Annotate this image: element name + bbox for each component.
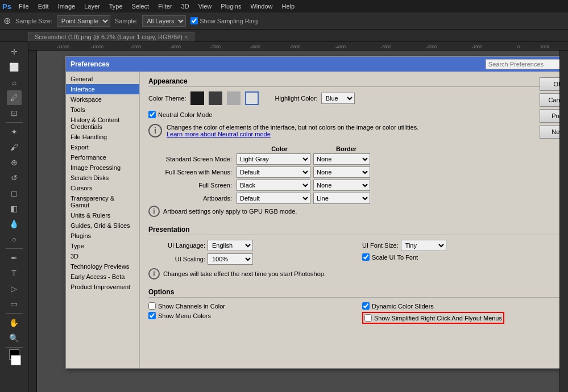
neutral-color-mode-label[interactable]: Neutral Color Mode: [148, 111, 212, 118]
tab-bar: Screenshot (10).png @ 6.2% (Layer 1 copy…: [0, 30, 568, 42]
menu-select[interactable]: Select: [128, 2, 154, 11]
path-select-tool[interactable]: ▷: [7, 281, 22, 296]
sidebar-item-product-improvement[interactable]: Product Improvement: [66, 282, 139, 292]
sidebar-item-transparency[interactable]: Transparency & Gamut: [66, 193, 139, 210]
ui-font-size-select[interactable]: Tiny Small Medium Large: [401, 240, 446, 251]
history-brush-tool[interactable]: ↺: [7, 170, 22, 185]
show-menu-colors-label[interactable]: Show Menu Colors: [148, 312, 211, 319]
show-channels-label[interactable]: Show Channels in Color: [148, 302, 225, 310]
brush-tool[interactable]: 🖌: [7, 140, 22, 155]
theme-swatch-light-gray[interactable]: [227, 91, 241, 105]
artboards-color-select[interactable]: Default Light Gray Black: [237, 193, 310, 204]
sidebar-item-type[interactable]: Type: [66, 241, 139, 251]
sidebar-item-history[interactable]: History & Content Credentials: [66, 115, 139, 132]
move-tool[interactable]: ✛: [7, 44, 22, 59]
sidebar-item-file-handling[interactable]: File Handling: [66, 132, 139, 142]
info-link[interactable]: Learn more about Neutral color mode: [167, 131, 418, 137]
sidebar-item-plugins[interactable]: Plugins: [66, 231, 139, 241]
sidebar-item-early-access[interactable]: Early Access - Beta: [66, 272, 139, 282]
sample-layers-select[interactable]: All Layers: [142, 15, 186, 27]
show-channels-checkbox[interactable]: [148, 302, 156, 310]
shape-tool[interactable]: ▭: [7, 297, 22, 311]
menu-filter[interactable]: Filter: [154, 2, 176, 11]
eyedropper-tool[interactable]: 🖊: [7, 90, 22, 105]
full-screen-menus-row: Full Screen with Menus: Default Light Gr…: [148, 166, 559, 178]
svg-text:-1000: -1000: [472, 45, 482, 49]
dynamic-color-sliders-checkbox[interactable]: [362, 302, 370, 310]
menu-layer[interactable]: Layer: [80, 2, 104, 11]
crop-tool[interactable]: ⊡: [7, 106, 22, 120]
neutral-color-mode-checkbox[interactable]: [148, 111, 156, 118]
full-screen-border-select[interactable]: None Line: [313, 180, 370, 191]
menu-edit[interactable]: Edit: [34, 2, 53, 11]
show-simplified-checkbox[interactable]: [364, 314, 372, 322]
healing-tool[interactable]: ✦: [7, 124, 22, 139]
next-button[interactable]: Next: [540, 125, 559, 139]
dynamic-color-sliders-label[interactable]: Dynamic Color Sliders: [362, 302, 434, 310]
artboards-border-select[interactable]: Line None Drop Shadow: [313, 193, 370, 204]
show-sampling-ring-checkbox[interactable]: [190, 17, 198, 24]
menu-3d[interactable]: 3D: [177, 2, 193, 11]
theme-swatch-dark-gray[interactable]: [209, 91, 222, 105]
menu-view[interactable]: View: [194, 2, 216, 11]
sidebar-item-scratch-disks[interactable]: Scratch Disks: [66, 173, 139, 183]
menu-file[interactable]: File: [15, 2, 33, 11]
highlight-color-select[interactable]: Blue Red Green: [321, 93, 355, 104]
menu-window[interactable]: Window: [246, 2, 276, 11]
full-screen-color-select[interactable]: Black Default Light Gray: [237, 180, 310, 191]
sidebar-item-general[interactable]: General: [66, 74, 139, 84]
select-tool[interactable]: ⬜: [7, 60, 22, 74]
full-screen-menus-label: Full Screen with Menus:: [148, 169, 237, 176]
sidebar-item-guides[interactable]: Guides, Grid & Slices: [66, 220, 139, 231]
hand-tool[interactable]: ✋: [7, 315, 22, 330]
lasso-tool[interactable]: ⌕: [7, 75, 22, 90]
eraser-tool[interactable]: ◻: [7, 186, 22, 201]
sidebar-item-workspace[interactable]: Workspace: [66, 94, 139, 105]
search-input[interactable]: [486, 59, 559, 69]
text-tool[interactable]: T: [7, 266, 22, 281]
cancel-button[interactable]: Cancel: [540, 93, 559, 107]
opt-right-col: Dynamic Color Sliders Show Simplif: [362, 302, 559, 324]
background-color[interactable]: [11, 355, 21, 365]
full-screen-menus-color-select[interactable]: Default Light Gray Black: [237, 166, 310, 178]
sidebar-item-3d[interactable]: 3D: [66, 251, 139, 261]
tab-close-btn[interactable]: ×: [185, 34, 188, 40]
menu-help[interactable]: Help: [278, 2, 299, 11]
zoom-tool[interactable]: 🔍: [7, 331, 22, 345]
prev-button[interactable]: Prev: [540, 109, 559, 123]
theme-swatch-white[interactable]: [245, 91, 259, 105]
sample-size-select[interactable]: Point Sample: [57, 15, 110, 27]
clone-tool[interactable]: ⊕: [7, 155, 22, 170]
sidebar-item-interface[interactable]: Interface: [66, 84, 139, 94]
sidebar-item-performance[interactable]: Performance: [66, 152, 139, 162]
ui-scaling-label: UI Scaling:: [148, 256, 205, 262]
theme-swatch-black[interactable]: [190, 91, 204, 105]
sidebar-item-cursors[interactable]: Cursors: [66, 183, 139, 193]
sidebar-item-image-processing[interactable]: Image Processing: [66, 162, 139, 173]
scale-ui-font-checkbox[interactable]: [362, 253, 370, 261]
dodge-tool[interactable]: ○: [7, 232, 22, 247]
table-headers: Color Border: [241, 145, 559, 152]
scale-ui-font-label[interactable]: Scale UI To Font: [362, 253, 418, 261]
menu-type[interactable]: Type: [105, 2, 127, 11]
menu-image[interactable]: Image: [54, 2, 80, 11]
ui-language-select[interactable]: English French: [208, 240, 253, 251]
sidebar-item-tools[interactable]: Tools: [66, 105, 139, 115]
standard-screen-border-select[interactable]: None Line: [313, 153, 370, 165]
pen-tool[interactable]: ✒: [7, 251, 22, 265]
show-sampling-ring-label[interactable]: Show Sampling Ring: [190, 17, 258, 24]
ok-button[interactable]: OK: [540, 77, 559, 91]
full-screen-menus-border-select[interactable]: None Line: [313, 166, 370, 178]
ui-scaling-select[interactable]: 100% 75% 125% 150% 200%: [208, 253, 253, 265]
menu-plugins[interactable]: Plugins: [217, 2, 245, 11]
tools-panel: ✛ ⬜ ⌕ 🖊 ⊡ ✦ 🖌 ⊕ ↺ ◻ ◧ 💧 ○ ✒ T ▷ ▭ ✋ 🔍: [0, 42, 28, 392]
document-tab[interactable]: Screenshot (10).png @ 6.2% (Layer 1 copy…: [28, 32, 194, 41]
sidebar-item-tech-previews[interactable]: Technology Previews: [66, 261, 139, 272]
sidebar-item-units[interactable]: Units & Rulers: [66, 210, 139, 220]
blur-tool[interactable]: 💧: [7, 216, 22, 231]
show-menu-colors-checkbox[interactable]: [148, 312, 156, 319]
standard-screen-color-select[interactable]: Light Gray Default Black: [237, 153, 310, 165]
sidebar-item-export[interactable]: Export: [66, 142, 139, 152]
gradient-tool[interactable]: ◧: [7, 201, 22, 216]
show-simplified-label[interactable]: Show Simplified Right Click And Flyout M…: [364, 314, 502, 322]
